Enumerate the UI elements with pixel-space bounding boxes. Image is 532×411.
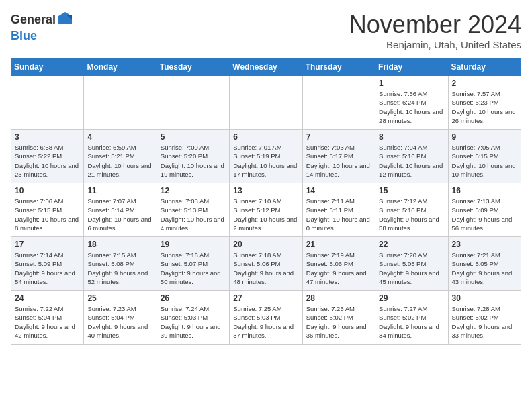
day-info: Sunrise: 7:56 AMSunset: 6:24 PMDaylight:… — [379, 89, 444, 125]
weekday-header-cell: Monday — [84, 59, 157, 76]
weekday-header-cell: Sunday — [11, 59, 84, 76]
page-header: General Blue November 2024 Benjamin, Uta… — [11, 11, 521, 50]
day-info: Sunrise: 7:07 AMSunset: 5:14 PMDaylight:… — [87, 197, 152, 232]
calendar-day-cell: 20Sunrise: 7:18 AMSunset: 5:06 PMDayligh… — [230, 237, 302, 291]
calendar-day-cell: 28Sunrise: 7:26 AMSunset: 5:02 PMDayligh… — [302, 291, 375, 345]
day-number: 25 — [87, 293, 152, 303]
day-number: 28 — [306, 293, 371, 303]
calendar-week-row: 17Sunrise: 7:14 AMSunset: 5:09 PMDayligh… — [11, 237, 521, 291]
day-info: Sunrise: 7:21 AMSunset: 5:05 PMDaylight:… — [452, 250, 517, 286]
day-info: Sunrise: 7:15 AMSunset: 5:08 PMDaylight:… — [87, 250, 152, 286]
calendar-day-cell: 30Sunrise: 7:28 AMSunset: 5:02 PMDayligh… — [448, 291, 521, 345]
logo-general: General — [11, 13, 56, 27]
day-number: 10 — [15, 186, 80, 195]
day-info: Sunrise: 7:24 AMSunset: 5:03 PMDaylight:… — [161, 304, 226, 340]
day-info: Sunrise: 7:20 AMSunset: 5:05 PMDaylight:… — [379, 250, 444, 286]
calendar-day-cell: 16Sunrise: 7:13 AMSunset: 5:09 PMDayligh… — [448, 183, 521, 237]
calendar-day-cell: 7Sunrise: 7:03 AMSunset: 5:17 PMDaylight… — [302, 130, 375, 183]
weekday-header-cell: Friday — [375, 59, 448, 76]
day-number: 3 — [15, 132, 80, 142]
calendar-day-cell: 5Sunrise: 7:00 AMSunset: 5:20 PMDaylight… — [157, 130, 229, 183]
day-info: Sunrise: 7:19 AMSunset: 5:06 PMDaylight:… — [306, 250, 371, 286]
day-info: Sunrise: 7:25 AMSunset: 5:03 PMDaylight:… — [233, 304, 298, 340]
calendar-day-cell — [230, 76, 302, 130]
weekday-header-cell: Saturday — [448, 59, 521, 76]
calendar-day-cell — [157, 76, 229, 130]
calendar-day-cell: 22Sunrise: 7:20 AMSunset: 5:05 PMDayligh… — [375, 237, 448, 291]
calendar-table: SundayMondayTuesdayWednesdayThursdayFrid… — [11, 58, 521, 345]
calendar-day-cell: 4Sunrise: 6:59 AMSunset: 5:21 PMDaylight… — [84, 130, 157, 183]
day-info: Sunrise: 6:59 AMSunset: 5:21 PMDaylight:… — [87, 143, 152, 179]
day-info: Sunrise: 7:23 AMSunset: 5:04 PMDaylight:… — [87, 304, 152, 340]
calendar-day-cell: 17Sunrise: 7:14 AMSunset: 5:09 PMDayligh… — [11, 237, 84, 291]
day-info: Sunrise: 7:00 AMSunset: 5:20 PMDaylight:… — [161, 143, 226, 179]
day-number: 1 — [379, 79, 444, 88]
calendar-day-cell: 13Sunrise: 7:10 AMSunset: 5:12 PMDayligh… — [230, 183, 302, 237]
day-number: 13 — [233, 186, 298, 195]
calendar-day-cell — [302, 76, 375, 130]
calendar-body: 1Sunrise: 7:56 AMSunset: 6:24 PMDaylight… — [11, 76, 521, 345]
day-number: 21 — [306, 240, 371, 249]
day-info: Sunrise: 7:01 AMSunset: 5:19 PMDaylight:… — [233, 143, 298, 179]
day-info: Sunrise: 7:57 AMSunset: 6:23 PMDaylight:… — [452, 89, 517, 125]
day-number: 24 — [15, 293, 80, 303]
logo-icon — [57, 11, 73, 30]
day-info: Sunrise: 7:13 AMSunset: 5:09 PMDaylight:… — [452, 197, 517, 232]
day-number: 18 — [87, 240, 152, 249]
location-title: Benjamin, Utah, United States — [349, 39, 521, 50]
day-info: Sunrise: 7:22 AMSunset: 5:04 PMDaylight:… — [15, 304, 80, 340]
day-number: 14 — [306, 186, 371, 195]
day-number: 29 — [379, 293, 444, 303]
day-number: 15 — [379, 186, 444, 195]
calendar-week-row: 1Sunrise: 7:56 AMSunset: 6:24 PMDaylight… — [11, 76, 521, 130]
day-number: 6 — [233, 132, 298, 142]
month-title: November 2024 — [349, 11, 521, 39]
calendar-day-cell: 1Sunrise: 7:56 AMSunset: 6:24 PMDaylight… — [375, 76, 448, 130]
day-info: Sunrise: 7:26 AMSunset: 5:02 PMDaylight:… — [306, 304, 371, 340]
calendar-day-cell: 15Sunrise: 7:12 AMSunset: 5:10 PMDayligh… — [375, 183, 448, 237]
calendar-day-cell: 27Sunrise: 7:25 AMSunset: 5:03 PMDayligh… — [230, 291, 302, 345]
day-info: Sunrise: 7:04 AMSunset: 5:16 PMDaylight:… — [379, 143, 444, 179]
calendar-day-cell: 21Sunrise: 7:19 AMSunset: 5:06 PMDayligh… — [302, 237, 375, 291]
day-info: Sunrise: 7:12 AMSunset: 5:10 PMDaylight:… — [379, 197, 444, 232]
weekday-header-cell: Thursday — [302, 59, 375, 76]
calendar-day-cell: 24Sunrise: 7:22 AMSunset: 5:04 PMDayligh… — [11, 291, 84, 345]
calendar-day-cell: 23Sunrise: 7:21 AMSunset: 5:05 PMDayligh… — [448, 237, 521, 291]
weekday-header-row: SundayMondayTuesdayWednesdayThursdayFrid… — [11, 59, 521, 76]
calendar-day-cell: 26Sunrise: 7:24 AMSunset: 5:03 PMDayligh… — [157, 291, 229, 345]
calendar-day-cell: 10Sunrise: 7:06 AMSunset: 5:15 PMDayligh… — [11, 183, 84, 237]
day-number: 19 — [161, 240, 226, 249]
day-info: Sunrise: 7:11 AMSunset: 5:11 PMDaylight:… — [306, 197, 371, 232]
calendar-week-row: 3Sunrise: 6:58 AMSunset: 5:22 PMDaylight… — [11, 130, 521, 183]
day-info: Sunrise: 7:06 AMSunset: 5:15 PMDaylight:… — [15, 197, 80, 232]
day-number: 2 — [452, 79, 517, 88]
day-number: 5 — [161, 132, 226, 142]
title-area: November 2024 Benjamin, Utah, United Sta… — [349, 11, 521, 50]
day-number: 4 — [87, 132, 152, 142]
day-number: 16 — [452, 186, 517, 195]
day-info: Sunrise: 7:18 AMSunset: 5:06 PMDaylight:… — [233, 250, 298, 286]
calendar-day-cell — [11, 76, 84, 130]
day-number: 22 — [379, 240, 444, 249]
day-number: 26 — [161, 293, 226, 303]
day-info: Sunrise: 6:58 AMSunset: 5:22 PMDaylight:… — [15, 143, 80, 179]
calendar-day-cell: 11Sunrise: 7:07 AMSunset: 5:14 PMDayligh… — [84, 183, 157, 237]
day-info: Sunrise: 7:10 AMSunset: 5:12 PMDaylight:… — [233, 197, 298, 232]
weekday-header-cell: Wednesday — [230, 59, 302, 76]
logo: General Blue — [11, 11, 73, 43]
weekday-header-cell: Tuesday — [157, 59, 229, 76]
day-number: 27 — [233, 293, 298, 303]
calendar-week-row: 10Sunrise: 7:06 AMSunset: 5:15 PMDayligh… — [11, 183, 521, 237]
calendar-day-cell: 9Sunrise: 7:05 AMSunset: 5:15 PMDaylight… — [448, 130, 521, 183]
calendar-day-cell: 14Sunrise: 7:11 AMSunset: 5:11 PMDayligh… — [302, 183, 375, 237]
day-number: 20 — [233, 240, 298, 249]
day-info: Sunrise: 7:14 AMSunset: 5:09 PMDaylight:… — [15, 250, 80, 286]
day-info: Sunrise: 7:05 AMSunset: 5:15 PMDaylight:… — [452, 143, 517, 179]
calendar-day-cell: 3Sunrise: 6:58 AMSunset: 5:22 PMDaylight… — [11, 130, 84, 183]
calendar-day-cell: 8Sunrise: 7:04 AMSunset: 5:16 PMDaylight… — [375, 130, 448, 183]
calendar-day-cell: 19Sunrise: 7:16 AMSunset: 5:07 PMDayligh… — [157, 237, 229, 291]
day-number: 8 — [379, 132, 444, 142]
day-number: 30 — [452, 293, 517, 303]
day-info: Sunrise: 7:27 AMSunset: 5:02 PMDaylight:… — [379, 304, 444, 340]
day-number: 12 — [161, 186, 226, 195]
